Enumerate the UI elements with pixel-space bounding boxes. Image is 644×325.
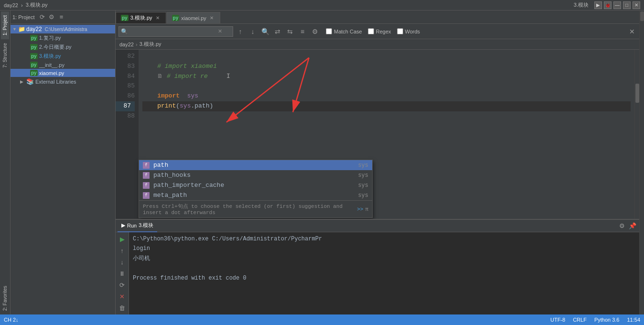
sync-icon[interactable]: ⟳: [38, 13, 46, 21]
tree-item-mokuai[interactable]: py 3.模块.py: [11, 52, 115, 61]
find-match-case[interactable]: Match Case: [326, 28, 362, 34]
tab-label-2: xiaomei.py: [181, 15, 206, 21]
breadcrumb-separator: ›: [136, 42, 138, 47]
tree-item-extlib[interactable]: ▶ 📚 External Libraries: [11, 77, 115, 86]
find-word-btn[interactable]: 🔍: [260, 26, 270, 37]
bottom-tab-bar: ▶ Run 3.模块 ⚙ 📌: [116, 220, 639, 232]
find-close-btn[interactable]: ✕: [628, 27, 636, 36]
py-icon-3: py: [30, 53, 38, 59]
close-btn[interactable]: ✕: [633, 1, 640, 9]
run-scroll-down-btn[interactable]: ↓: [118, 257, 127, 267]
bottom-tab-label: Run: [127, 223, 137, 228]
status-info: CH 2↓: [4, 317, 19, 323]
ac-item-meta-path[interactable]: f meta_path sys: [139, 190, 372, 200]
find-next-btn[interactable]: ↓: [247, 26, 258, 37]
tab-xiaomei[interactable]: py xiaomei.py ✕: [167, 12, 220, 23]
run-kill-btn[interactable]: ✕: [118, 292, 127, 301]
debug-btn[interactable]: 🐞: [604, 1, 612, 9]
tree-label-5: xiaomei.py: [39, 70, 64, 76]
status-line-ending: CRLF: [573, 317, 587, 323]
right-gutter[interactable]: [639, 11, 644, 314]
run-btn[interactable]: ▶: [594, 1, 602, 9]
line-num-88: 88: [116, 111, 135, 121]
ac-footer-link[interactable]: >>: [357, 206, 363, 212]
ac-item-path-hooks[interactable]: f path_hooks sys: [139, 170, 372, 180]
editor-scrollbar[interactable]: [634, 50, 639, 219]
tab-mokuai[interactable]: py 3.模块.py ✕: [116, 12, 166, 23]
bottom-pin-btn[interactable]: 📌: [628, 221, 637, 231]
run-clear-btn[interactable]: 🗑: [118, 303, 127, 313]
sidebar-tab-structure[interactable]: 7: Structure: [1, 39, 9, 72]
find-match-case-checkbox[interactable]: [326, 28, 332, 34]
bottom-panel: ▶ Run 3.模块 ⚙ 📌 ▶ ↑ ↓ ⏸ ⟳: [116, 219, 639, 314]
breadcrumb-day22[interactable]: day22: [4, 2, 18, 8]
autocomplete-dropdown: f path sys f path_hooks sys f path_impor…: [139, 160, 373, 218]
ac-footer: Press Ctrl+句点 to choose the selected (or…: [139, 200, 372, 217]
tab-bar: py 3.模块.py ✕ py xiaomei.py ✕: [116, 11, 639, 24]
run-play-btn[interactable]: ▶: [118, 234, 127, 244]
breadcrumb-item-2[interactable]: 3.模块.py: [140, 41, 161, 48]
find-prev-btn[interactable]: ↑: [235, 26, 246, 37]
ac-name-path: path: [153, 162, 354, 169]
find-input[interactable]: [130, 29, 216, 34]
ac-item-path[interactable]: f path sys: [139, 160, 372, 170]
find-btn-1[interactable]: ⇄: [272, 26, 283, 37]
tree-item-init[interactable]: py __init__.py: [11, 61, 115, 69]
run-output: C:\Python36\python.exe C:/Users/Administ…: [129, 232, 639, 314]
tree-label-4: __init__.py: [39, 62, 64, 68]
breadcrumb-item-1[interactable]: day22: [119, 42, 134, 47]
find-btn-3[interactable]: ≡: [297, 26, 308, 37]
root-expand-arrow: ▼: [12, 27, 17, 32]
active-file-label: 3.模块: [574, 1, 589, 9]
find-clear-icon[interactable]: ✕: [218, 28, 222, 34]
status-bar: CH 2↓ UTF-8 CRLF Python 3.6 11:54: [0, 314, 644, 325]
gear-icon[interactable]: ⚙: [48, 13, 55, 21]
bottom-settings-btn[interactable]: ⚙: [617, 221, 627, 231]
tab-close-2[interactable]: ✕: [208, 15, 215, 22]
tree-label-2: 2.今日概要.py: [39, 43, 72, 51]
tab-py-icon-2: py: [172, 15, 180, 21]
run-scroll-up-btn[interactable]: ↑: [118, 246, 127, 255]
find-words[interactable]: Words: [397, 28, 420, 34]
status-python: Python 3.6: [594, 317, 620, 323]
maximize-btn[interactable]: □: [623, 1, 631, 9]
run-rerun-btn[interactable]: ⟳: [118, 280, 127, 290]
tree-label-3: 3.模块.py: [39, 53, 61, 60]
py-icon-1: py: [30, 35, 38, 41]
find-regex[interactable]: Regex: [368, 28, 391, 34]
run-tab-name: 3.模块: [139, 222, 153, 229]
sidebar-tab-favorites[interactable]: 2: Favorites: [1, 282, 9, 314]
title-bar: day22 › 3.模块.py 3.模块 ▶ 🐞 — □ ✕: [0, 0, 644, 11]
project-tree: ▼ 📁 day22 C:\Users\Administra py 1.复习.py…: [11, 24, 115, 314]
code-line-86: import sys: [142, 91, 631, 101]
minimize-btn[interactable]: —: [613, 1, 621, 9]
find-search-icon: 🔍: [121, 28, 128, 35]
find-btn-2[interactable]: ⇆: [285, 26, 295, 37]
tree-item-fujsi[interactable]: py 1.复习.py: [11, 33, 115, 43]
line-num-87: 87: [116, 101, 135, 111]
find-settings-btn[interactable]: ⚙: [310, 26, 320, 37]
output-line-4: [133, 263, 635, 273]
tree-item-xiaomei[interactable]: py xiaomei.py: [11, 69, 115, 77]
project-sidebar: 1: Project ⟳ ⚙ ≡ ▼ 📁 day22 C:\Users\Admi…: [11, 11, 116, 314]
breadcrumb-file[interactable]: 3.模块.py: [26, 1, 48, 9]
run-stop-btn[interactable]: ⏸: [118, 269, 127, 278]
tree-item-jinri[interactable]: py 2.今日概要.py: [11, 43, 115, 52]
find-input-wrap[interactable]: 🔍 ✕: [118, 26, 233, 37]
tree-root-day22[interactable]: ▼ 📁 day22 C:\Users\Administra: [11, 25, 115, 33]
sidebar-tab-project[interactable]: 1: Project: [1, 11, 9, 39]
status-time: 11:54: [627, 317, 640, 323]
scrollbar-thumb[interactable]: [635, 84, 639, 103]
find-regex-checkbox[interactable]: [368, 28, 374, 34]
tab-label-1: 3.模块.py: [130, 14, 152, 22]
breadcrumb-sep: ›: [21, 2, 23, 8]
line-numbers: 82 83 84 85 86 87 88: [116, 50, 139, 219]
ac-item-path-importer[interactable]: f path_importer_cache sys: [139, 180, 372, 190]
code-editor[interactable]: 82 83 84 85 86 87 88 # import xiaomei 🗎 …: [116, 50, 639, 219]
find-words-checkbox[interactable]: [397, 28, 403, 34]
extlib-icon: 📚: [26, 78, 34, 85]
ac-type-path-importer: sys: [358, 182, 368, 189]
tab-close-1[interactable]: ✕: [154, 15, 161, 22]
settings-icon[interactable]: ≡: [57, 13, 65, 21]
bottom-tab-run[interactable]: ▶ Run 3.模块: [118, 220, 157, 232]
